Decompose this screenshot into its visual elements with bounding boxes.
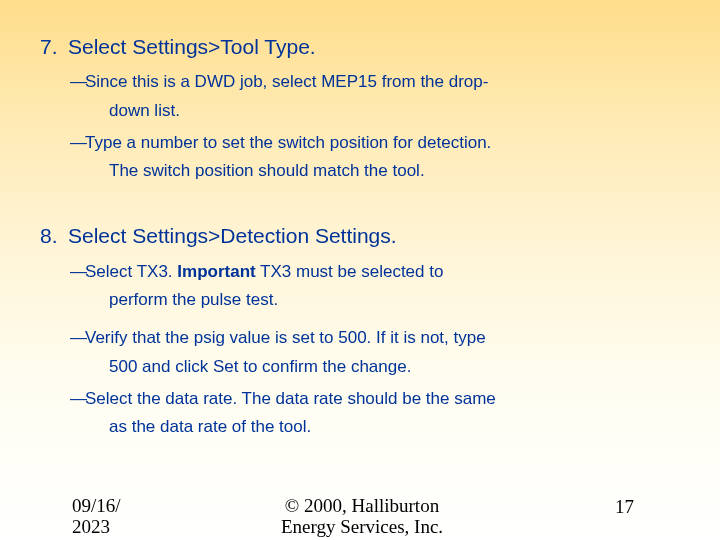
dash-icon: —: [70, 127, 85, 188]
step-number: 8.: [40, 223, 68, 249]
text-fragment: Select TX3.: [85, 262, 177, 281]
item-text: Select the data rate. The data rate shou…: [85, 383, 590, 444]
text-line: 2023: [72, 516, 110, 537]
step-title-text: Select Settings>Tool Type.: [68, 34, 316, 60]
dash-icon: —: [70, 322, 85, 383]
text-bold: Important: [177, 262, 255, 281]
text-line: 09/16/: [72, 495, 121, 516]
text-line: Select the data rate. The data rate shou…: [85, 389, 496, 408]
list-item: — Type a number to set the switch positi…: [70, 127, 590, 188]
text-line: as the data rate of the tool.: [85, 411, 590, 443]
dash-icon: —: [70, 256, 85, 317]
spacer: [40, 205, 680, 219]
text-line: Since this is a DWD job, select MEP15 fr…: [85, 72, 488, 91]
list-item: — Verify that the psig value is set to 5…: [70, 322, 590, 383]
dash-icon: —: [70, 383, 85, 444]
step-7-items: — Since this is a DWD job, select MEP15 …: [70, 66, 680, 187]
text-line: Verify that the psig value is set to 500…: [85, 328, 486, 347]
text-line: Select TX3. Important TX3 must be select…: [85, 262, 443, 281]
footer-copyright: © 2000, Halliburton Energy Services, Inc…: [232, 496, 492, 538]
step-title-text: Select Settings>Detection Settings.: [68, 223, 397, 249]
text-line: The switch position should match the too…: [85, 155, 590, 187]
text-line: Energy Services, Inc.: [281, 516, 443, 537]
list-item: — Select TX3. Important TX3 must be sele…: [70, 256, 590, 317]
text-line: 500 and click Set to confirm the change.: [85, 351, 590, 383]
step-8-items: — Select TX3. Important TX3 must be sele…: [70, 256, 680, 444]
item-text: Verify that the psig value is set to 500…: [85, 322, 590, 383]
list-item: — Select the data rate. The data rate sh…: [70, 383, 590, 444]
step-number: 7.: [40, 34, 68, 60]
item-text: Since this is a DWD job, select MEP15 fr…: [85, 66, 590, 127]
text-fragment: TX3 must be selected to: [256, 262, 444, 281]
text-line: © 2000, Halliburton: [285, 495, 439, 516]
text-line: Type a number to set the switch position…: [85, 133, 491, 152]
footer-date: 09/16/ 2023: [72, 496, 162, 538]
item-text: Select TX3. Important TX3 must be select…: [85, 256, 590, 317]
footer: 09/16/ 2023 © 2000, Halliburton Energy S…: [0, 496, 720, 540]
list-item: — Since this is a DWD job, select MEP15 …: [70, 66, 590, 127]
text-line: perform the pulse test.: [85, 284, 590, 316]
item-text: Type a number to set the switch position…: [85, 127, 590, 188]
dash-icon: —: [70, 66, 85, 127]
footer-page-number: 17: [615, 496, 634, 518]
text-line: down list.: [85, 95, 590, 127]
step-8-title: 8. Select Settings>Detection Settings.: [40, 223, 680, 249]
slide: 7. Select Settings>Tool Type. — Since th…: [0, 0, 720, 540]
step-7-title: 7. Select Settings>Tool Type.: [40, 34, 680, 60]
